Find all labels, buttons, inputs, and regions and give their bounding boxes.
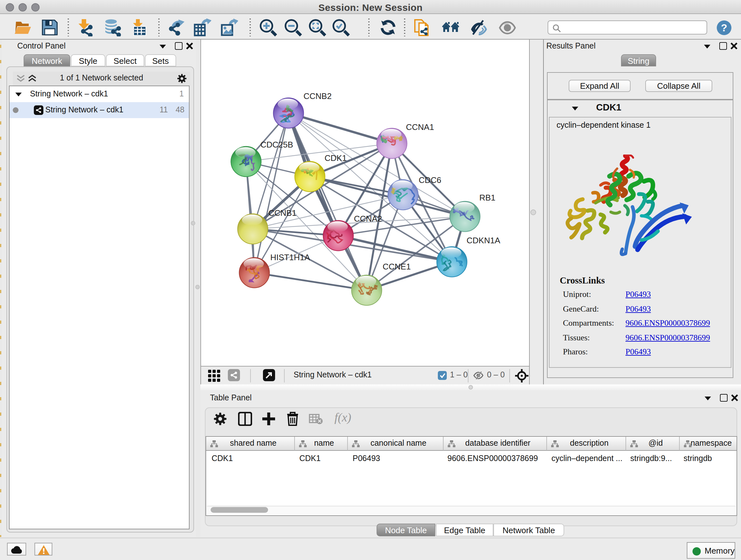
svg-text:CDC25B: CDC25B — [260, 140, 293, 149]
svg-text:CDKN1A: CDKN1A — [467, 236, 500, 245]
svg-text:RB1: RB1 — [479, 193, 495, 202]
svg-text:CDC6: CDC6 — [419, 175, 441, 185]
svg-text:CCNE1: CCNE1 — [383, 262, 411, 271]
svg-text:HIST1H1A: HIST1H1A — [270, 253, 310, 262]
svg-text:CCNB2: CCNB2 — [304, 91, 332, 101]
svg-text:CDK1: CDK1 — [325, 153, 347, 163]
svg-text:CCNA2: CCNA2 — [354, 214, 382, 224]
svg-text:CCNA1: CCNA1 — [406, 122, 434, 132]
svg-text:CCNB1: CCNB1 — [268, 208, 296, 218]
